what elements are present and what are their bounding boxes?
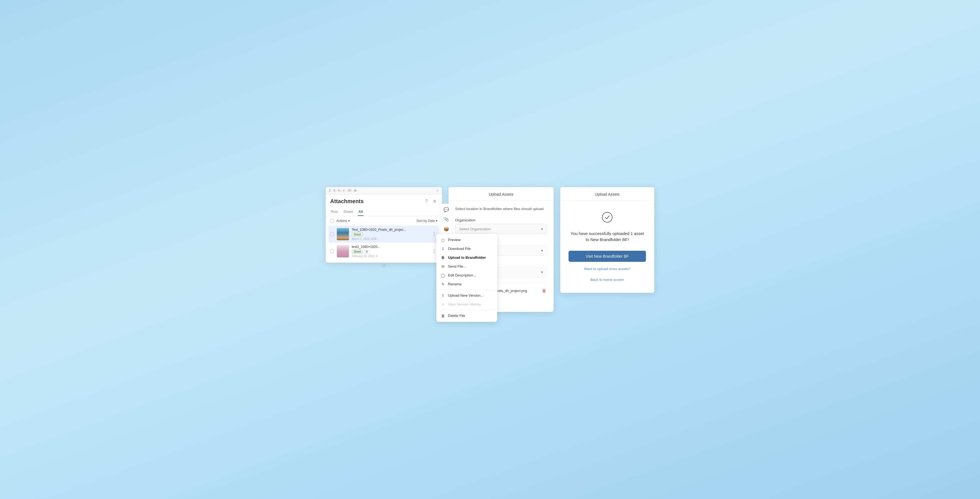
attachment-date: February 22, 2022, 4: [352, 255, 428, 258]
attachment-thumbnail: [337, 245, 349, 257]
organization-label: Organization: [455, 218, 547, 222]
success-message: You have successfully uploaded 1 asset t…: [568, 231, 646, 243]
ctx-version-history-label: View Version History: [448, 302, 481, 306]
tab-row[interactable]: Row: [330, 208, 339, 216]
spreadsheet-icons: Σ · $ · % · # · .00 · ⊞ ·: [329, 189, 358, 192]
success-panel: Upload Assets You have successfully uplo…: [560, 187, 654, 293]
rename-icon: ✎: [441, 282, 445, 287]
attachment-info: test2_1080×1920... Sheet B February 22, …: [352, 245, 428, 258]
organization-select-wrapper: Select Organization ▼: [455, 224, 547, 234]
row-checkbox[interactable]: [330, 232, 334, 236]
attachment-list: Test_1080×1920_Pixels_dh_projec... Sheet…: [326, 226, 442, 263]
sort-button[interactable]: Sort by Date ▾: [417, 219, 438, 223]
ctx-preview-label: Preview: [448, 238, 461, 242]
preview-icon: ◻: [441, 238, 445, 242]
ctx-download[interactable]: ⇩ Download File: [436, 244, 497, 253]
tab-all[interactable]: All: [358, 208, 364, 216]
ctx-upload-brandfolder[interactable]: B Upload to Brandfolder: [436, 253, 497, 262]
checkmark-circle-icon: [602, 212, 613, 223]
context-menu: ◻ Preview ⇩ Download File B Upload to Br…: [436, 234, 497, 322]
divider-2: [436, 310, 497, 310]
edit-desc-icon: ◯: [441, 273, 445, 277]
version-history-icon: ↻: [441, 302, 445, 307]
attachment-name: Test_1080×1920_Pixels_dh_projec...: [352, 228, 428, 232]
ctx-edit-desc[interactable]: ◯ Edit Description...: [436, 271, 497, 280]
spreadsheet-bar: Σ · $ · % · # · .00 · ⊞ · ⤢: [326, 187, 442, 194]
bottom-diamond-icon: ◇: [382, 262, 386, 268]
sheet-badge: Sheet: [352, 233, 363, 237]
attachment-badges: Sheet B: [352, 250, 428, 254]
chat-icon[interactable]: 💬: [442, 206, 450, 214]
organization-field: Organization Select Organization ▼: [455, 218, 547, 234]
attachments-title: Attachments: [330, 198, 364, 204]
attachments-panel: Σ · $ · % · # · .00 · ⊞ · ⤢ Attachments …: [326, 187, 442, 263]
inbox-icon[interactable]: 📦: [442, 225, 450, 233]
attachments-tabs: Row Sheet All: [326, 207, 442, 216]
download-icon: ⇩: [441, 247, 445, 251]
select-all-checkbox[interactable]: [330, 219, 334, 223]
ctx-download-label: Download File: [448, 247, 471, 251]
brandfolder-icon: B: [441, 255, 445, 260]
ctx-upload-version[interactable]: ⇧ Upload New Version...: [436, 291, 497, 300]
table-row[interactable]: Test_1080×1920_Pixels_dh_projec... Sheet…: [329, 226, 439, 243]
upload-more-link[interactable]: Want to upload more assets?: [584, 267, 631, 271]
ctx-send-label: Send File...: [448, 264, 466, 268]
header-icons: ? ✕: [424, 198, 438, 204]
organization-select[interactable]: Select Organization: [455, 224, 547, 234]
ctx-send-file[interactable]: ✉ Send File...: [436, 262, 497, 271]
delete-asset-button[interactable]: 🗑: [541, 288, 547, 294]
attachment-name: test2_1080×1920...: [352, 245, 428, 249]
upload-assets-header: Upload Assets: [449, 187, 554, 201]
b-badge: B: [364, 250, 370, 254]
toolbar-left: Actions ▾: [330, 219, 350, 223]
table-row[interactable]: test2_1080×1920... Sheet B February 22, …: [329, 243, 439, 260]
svg-point-0: [602, 212, 612, 222]
ctx-rename-label: Rename: [448, 282, 461, 286]
back-to-home-link[interactable]: Back to home screen: [590, 277, 624, 282]
attachment-thumbnail: [337, 228, 349, 240]
sheet-badge: Sheet: [352, 250, 363, 254]
ctx-delete[interactable]: 🗑 Delete File: [436, 311, 497, 320]
ctx-upload-label: Upload to Brandfolder: [448, 255, 486, 260]
ctx-edit-label: Edit Description...: [448, 273, 476, 277]
send-icon: ✉: [441, 264, 445, 269]
close-icon[interactable]: ✕: [432, 198, 438, 204]
ctx-version-history: ↻ View Version History: [436, 300, 497, 309]
ctx-upload-version-label: Upload New Version...: [448, 293, 484, 298]
row-checkbox[interactable]: [330, 249, 334, 253]
help-icon[interactable]: ?: [424, 198, 429, 204]
attachments-header: Attachments ? ✕: [326, 194, 442, 207]
attachment-icon[interactable]: 📎: [442, 215, 450, 223]
tab-sheet[interactable]: Sheet: [343, 208, 353, 216]
divider-1: [436, 290, 497, 290]
upload-version-icon: ⇧: [441, 293, 445, 298]
attachment-info: Test_1080×1920_Pixels_dh_projec... Sheet…: [352, 228, 428, 241]
actions-button[interactable]: Actions ▾: [336, 219, 350, 223]
success-header: Upload Assets: [560, 187, 654, 201]
success-body: You have successfully uploaded 1 asset t…: [560, 201, 654, 293]
upload-description: Select location in Brandfolder where fil…: [455, 206, 547, 212]
attachment-badges: Sheet: [352, 233, 428, 237]
attachments-toolbar: Actions ▾ Sort by Date ▾: [326, 216, 442, 226]
visit-brandfolder-button[interactable]: Visit New Brandfolder BF: [568, 251, 646, 262]
ctx-rename[interactable]: ✎ Rename: [436, 280, 497, 289]
delete-icon: 🗑: [441, 314, 445, 318]
success-icon: [602, 212, 613, 225]
expand-icon[interactable]: ⤢: [436, 189, 439, 192]
ctx-delete-label: Delete File: [448, 314, 465, 318]
attachment-date: March 1, 2022, 9:09: [352, 238, 428, 241]
ctx-preview[interactable]: ◻ Preview: [436, 236, 497, 244]
